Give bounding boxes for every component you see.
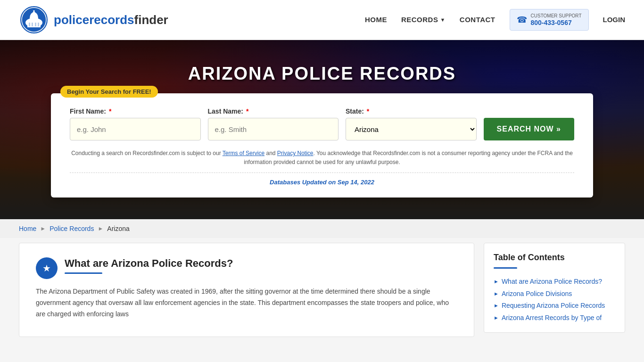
svg-rect-8 (32, 23, 33, 26)
breadcrumb-police-records[interactable]: Police Records (50, 225, 94, 232)
search-card: Begin Your Search for FREE! First Name: … (51, 93, 593, 197)
breadcrumb-sep-1: ► (40, 225, 46, 232)
db-updated: Databases Updated on Sep 14, 2022 (70, 173, 574, 186)
sidebar: Table of Contents ► What are Arizona Pol… (484, 243, 625, 337)
last-name-label: Last Name: * (208, 107, 339, 115)
chevron-down-icon: ▼ (440, 17, 445, 23)
svg-rect-6 (33, 10, 35, 13)
chevron-right-icon: ► (494, 290, 499, 297)
breadcrumb-home[interactable]: Home (19, 225, 36, 232)
toc-item: ► What are Arizona Police Records? (494, 277, 615, 287)
toc-card: Table of Contents ► What are Arizona Pol… (484, 243, 625, 333)
toc-list: ► What are Arizona Police Records? ► Ari… (494, 277, 615, 322)
toc-item: ► Requesting Arizona Police Records (494, 301, 615, 311)
content-area: ★ What are Arizona Police Records? The A… (0, 243, 644, 337)
badge-icon: ★ (42, 263, 51, 274)
section-title-block: What are Arizona Police Records? (65, 257, 233, 274)
free-badge[interactable]: Begin Your Search for FREE! (60, 86, 158, 98)
phone-icon: ☎ (517, 15, 527, 25)
section-body: The Arizona Department of Public Safety … (36, 286, 457, 320)
toc-underline (494, 267, 517, 269)
first-name-label: First Name: * (70, 107, 201, 115)
section-header: ★ What are Arizona Police Records? (36, 257, 457, 279)
breadcrumb: Home ► Police Records ► Arizona (0, 219, 644, 238)
nav-contact[interactable]: CONTACT (460, 16, 495, 24)
main-nav: HOME RECORDS ▼ CONTACT ☎ CUSTOMER SUPPOR… (365, 9, 625, 31)
required-star: * (109, 107, 111, 115)
hero-section: ARIZONA POLICE RECORDS Begin Your Search… (0, 40, 644, 219)
main-content: ★ What are Arizona Police Records? The A… (19, 243, 474, 337)
customer-support-button[interactable]: ☎ CUSTOMER SUPPORT 800-433-0567 (510, 9, 589, 31)
toc-item: ► Arizona Arrest Records by Type of (494, 313, 615, 323)
last-name-group: Last Name: * (208, 107, 339, 140)
disclaimer-text: Conducting a search on Recordsfinder.com… (70, 149, 574, 167)
section-title: What are Arizona Police Records? (65, 257, 233, 270)
first-name-input[interactable] (70, 118, 201, 140)
search-form-row: First Name: * Last Name: * State: * Ariz (70, 107, 574, 140)
svg-rect-9 (35, 23, 36, 26)
toc-item: ► Arizona Police Divisions (494, 289, 615, 299)
support-label: CUSTOMER SUPPORT (531, 13, 582, 19)
toc-title: Table of Contents (494, 253, 615, 263)
required-star-3: * (367, 107, 369, 115)
svg-rect-10 (38, 23, 39, 26)
state-label: State: * (346, 107, 477, 115)
search-button[interactable]: SEARCH NOW » (484, 118, 574, 140)
support-number: 800-433-0567 (531, 19, 572, 26)
toc-link-4[interactable]: ► Arizona Arrest Records by Type of (494, 313, 615, 323)
chevron-right-icon: ► (494, 302, 499, 309)
toc-link-3[interactable]: ► Requesting Arizona Police Records (494, 301, 615, 311)
toc-link-1[interactable]: ► What are Arizona Police Records? (494, 277, 615, 287)
login-button[interactable]: LOGIN (603, 16, 626, 24)
breadcrumb-current: Arizona (107, 225, 129, 232)
section-title-underline (65, 272, 102, 274)
last-name-input[interactable] (208, 118, 339, 140)
nav-home[interactable]: HOME (365, 16, 387, 24)
logo-icon (19, 5, 49, 35)
state-select[interactable]: Arizona Alabama Alaska California Colora… (346, 118, 477, 140)
db-date: Sep 14, 2022 (338, 179, 374, 186)
chevron-right-icon: ► (494, 314, 499, 321)
required-star-2: * (246, 107, 248, 115)
tos-link[interactable]: Terms of Service (223, 150, 264, 156)
section-icon: ★ (36, 257, 58, 279)
svg-rect-7 (29, 23, 30, 26)
state-group: State: * Arizona Alabama Alaska Californ… (346, 107, 477, 140)
chevron-right-icon: ► (494, 278, 499, 285)
site-header: policerecordsfinder HOME RECORDS ▼ CONTA… (0, 0, 644, 40)
nav-records[interactable]: RECORDS ▼ (401, 16, 446, 24)
first-name-group: First Name: * (70, 107, 201, 140)
logo-text: policerecordsfinder (54, 13, 168, 27)
privacy-link[interactable]: Privacy Notice (277, 150, 314, 156)
toc-link-2[interactable]: ► Arizona Police Divisions (494, 289, 615, 299)
logo[interactable]: policerecordsfinder (19, 5, 168, 35)
breadcrumb-sep-2: ► (98, 225, 103, 232)
page-title: ARIZONA POLICE RECORDS (188, 64, 456, 84)
